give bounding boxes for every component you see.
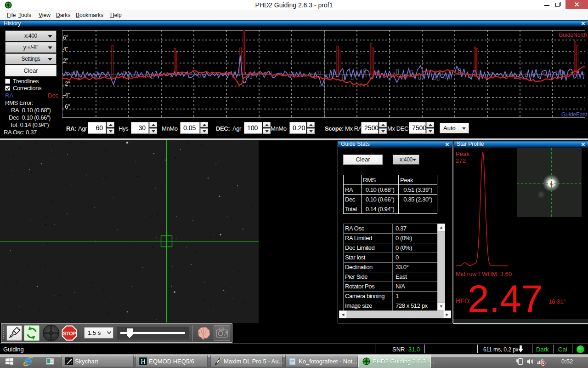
svg-text:STOP: STOP <box>63 331 76 336</box>
